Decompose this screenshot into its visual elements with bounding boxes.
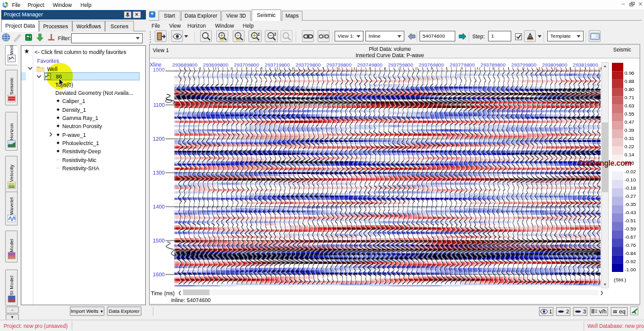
svg-text:1400: 1400	[153, 203, 165, 210]
svg-text:1500: 1500	[153, 237, 165, 244]
svg-text:1100: 1100	[153, 102, 165, 108]
svg-text:1200: 1200	[153, 136, 165, 142]
svg-text:1000: 1000	[153, 67, 165, 73]
svg-text:1600: 1600	[153, 271, 165, 278]
svg-text:1300: 1300	[153, 170, 165, 176]
